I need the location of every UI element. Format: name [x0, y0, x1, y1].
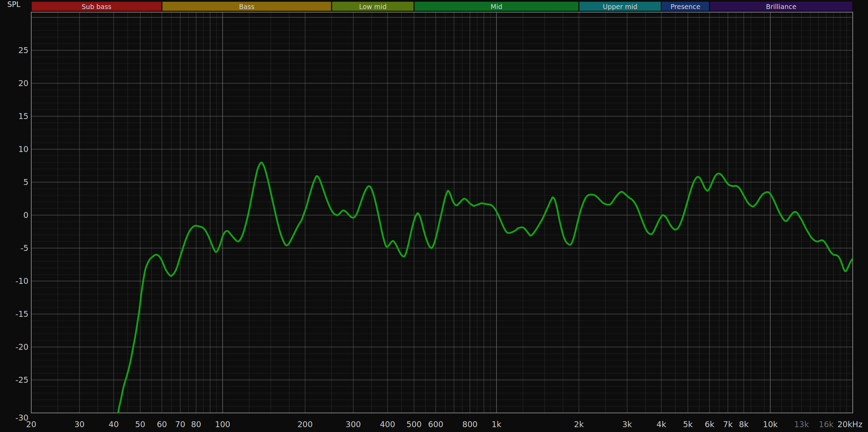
x-tick-label: 16k: [819, 420, 834, 429]
frequency-band-label: Mid: [491, 3, 502, 10]
x-tick-label: 5k: [683, 420, 693, 429]
x-tick-label: 20: [26, 420, 36, 429]
y-tick-label: 10: [18, 145, 28, 154]
frequency-band-label: Low mid: [359, 3, 386, 10]
x-tick-label: 300: [346, 420, 361, 429]
frequency-band-label: Bass: [239, 3, 254, 10]
x-tick-label: 2k: [574, 420, 584, 429]
y-tick-label: -10: [15, 277, 28, 286]
x-tick-label: 30: [74, 420, 84, 429]
x-tick-label: 20kHz: [837, 420, 862, 429]
y-tick-label: -5: [20, 244, 28, 253]
y-tick-label: -25: [15, 375, 28, 384]
x-tick-label: 7k: [723, 420, 733, 429]
frequency-band-label: Upper mid: [603, 3, 637, 10]
x-tick-label: 200: [298, 420, 313, 429]
x-tick-label: 8k: [739, 420, 749, 429]
spl-frequency-response-chart: SPL Sub bassBassLow midMidUpper midPrese…: [0, 0, 868, 432]
x-tick-label: 100: [215, 420, 230, 429]
x-tick-label: 50: [135, 420, 145, 429]
x-tick-label: 600: [428, 420, 443, 429]
x-tick-label: 40: [109, 420, 119, 429]
x-tick-label: 60: [157, 420, 167, 429]
chart-canvas: Sub bassBassLow midMidUpper midPresenceB…: [0, 0, 868, 432]
x-tick-label: 13k: [794, 420, 809, 429]
frequency-band-label: Presence: [670, 3, 700, 10]
frequency-band-label: Brilliance: [766, 3, 796, 10]
y-tick-label: 5: [23, 178, 28, 187]
x-tick-label: 400: [380, 420, 395, 429]
x-tick-label: 10k: [763, 420, 778, 429]
x-tick-label: 800: [462, 420, 478, 429]
y-tick-label: 15: [18, 112, 28, 121]
x-tick-label: 1k: [492, 420, 502, 429]
x-tick-label: 3k: [622, 420, 632, 429]
frequency-band-label: Sub bass: [82, 3, 111, 10]
x-tick-label: 6k: [705, 420, 715, 429]
x-tick-label: 4k: [657, 420, 667, 429]
x-tick-label: 70: [175, 420, 185, 429]
y-tick-label: 20: [18, 79, 28, 88]
x-tick-label: 80: [191, 420, 201, 429]
y-tick-label: 25: [18, 46, 28, 55]
y-tick-label: 0: [23, 211, 28, 220]
y-tick-label: -20: [15, 342, 28, 351]
x-tick-label: 500: [407, 420, 422, 429]
y-tick-label: -15: [15, 310, 28, 319]
